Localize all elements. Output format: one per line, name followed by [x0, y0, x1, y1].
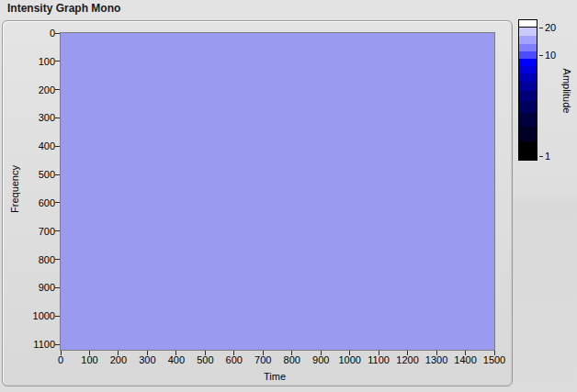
color-scale-segment [519, 82, 537, 91]
y-tick-label: 1000 [33, 310, 55, 321]
plot-area[interactable] [60, 32, 495, 351]
x-tick-label: 500 [197, 354, 213, 365]
color-scale-segment [519, 36, 537, 44]
x-tick-label: 700 [255, 354, 271, 365]
y-tick-label: 500 [39, 169, 55, 180]
y-axis-label: Frequency [9, 165, 20, 213]
x-tick-label: 1000 [338, 354, 360, 365]
y-tick-label: 800 [39, 254, 55, 265]
color-scale-segment [519, 28, 537, 36]
color-scale-segment [519, 113, 537, 127]
color-scale-segment [519, 101, 537, 113]
x-tick-label: 900 [312, 354, 329, 365]
x-tick-label: 400 [168, 354, 185, 365]
color-scale-segment [519, 20, 537, 27]
x-tick-label: 1300 [425, 354, 447, 365]
y-tick-label: 400 [39, 140, 55, 151]
y-tick-label: 900 [39, 282, 55, 293]
color-scale-tick-mark [539, 55, 543, 56]
x-tick-label: 0 [58, 354, 63, 365]
x-axis-label: Time [264, 371, 286, 382]
color-scale-tick-mark [539, 28, 543, 28]
color-scale-tick-label: 10 [545, 50, 556, 61]
color-scale-segment [519, 91, 537, 101]
labview-front-panel: Intensity Graph Mono Frequency 010020030… [0, 0, 577, 392]
color-scale-segment [519, 73, 537, 82]
color-scale-segment [519, 59, 537, 66]
x-tick-label: 800 [284, 354, 300, 365]
color-scale-segment [519, 141, 537, 160]
color-scale-segment [519, 66, 537, 73]
x-tick-label: 1400 [454, 354, 476, 365]
graph-title: Intensity Graph Mono [7, 2, 120, 15]
color-scale-segment [519, 127, 537, 141]
color-scale-tick-label: 20 [545, 22, 556, 33]
x-tick-label: 1100 [368, 354, 390, 365]
x-tick-label: 100 [81, 354, 97, 365]
intensity-heatmap[interactable] [61, 33, 494, 350]
y-tick-label: 100 [39, 56, 55, 67]
x-tick-label: 200 [110, 354, 127, 365]
y-tick-label: 300 [39, 112, 55, 123]
y-tick-label: 0 [50, 28, 55, 39]
color-scale-segment [519, 51, 537, 59]
color-scale-tick-mark [539, 156, 543, 157]
y-tick-label: 1100 [33, 339, 55, 350]
y-tick-label: 200 [39, 84, 55, 95]
x-tick-label: 1200 [396, 354, 418, 365]
x-tick-label: 600 [226, 354, 243, 365]
color-scale[interactable] [518, 19, 537, 161]
x-tick-label: 300 [139, 354, 155, 365]
y-tick-label: 700 [39, 226, 55, 237]
color-scale-segment [519, 44, 537, 51]
y-tick-label: 600 [39, 197, 55, 208]
color-scale-tick-label: 1 [545, 151, 550, 162]
x-tick-label: 1500 [483, 354, 505, 365]
colorbar-label: Amplitude [561, 69, 572, 114]
